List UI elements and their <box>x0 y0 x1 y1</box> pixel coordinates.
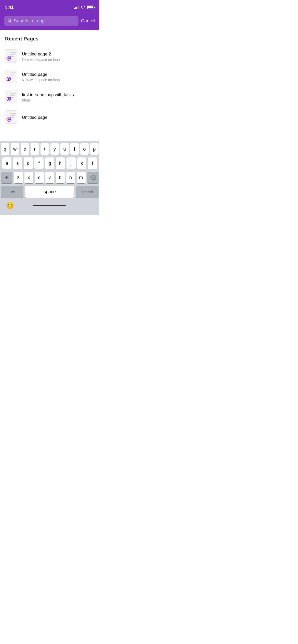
list-item[interactable]: Untitled page 2 New workspace on loop <box>5 46 94 67</box>
page-title: Untitled page <box>22 115 47 120</box>
keyboard-row-4: 123 space search <box>1 186 99 198</box>
search-key[interactable]: search <box>76 186 99 198</box>
key-r[interactable]: r <box>31 143 39 155</box>
key-n[interactable]: n <box>66 172 75 183</box>
home-indicator-wrapper <box>14 205 84 206</box>
page-subtitle: New workspace on loop <box>22 57 60 62</box>
key-o[interactable]: o <box>80 143 89 155</box>
key-j[interactable]: j <box>66 157 76 169</box>
key-c[interactable]: c <box>35 172 44 183</box>
key-s[interactable]: s <box>13 157 22 169</box>
key-d[interactable]: d <box>24 157 33 169</box>
backspace-key[interactable] <box>87 172 99 183</box>
key-x[interactable]: x <box>24 172 33 183</box>
page-title: Untitled page <box>22 72 60 77</box>
page-subtitle: Ideas <box>22 98 74 102</box>
emoji-button[interactable]: 😊 <box>6 202 14 210</box>
svg-point-6 <box>8 78 9 80</box>
key-b[interactable]: b <box>56 172 65 183</box>
key-u[interactable]: u <box>60 143 69 155</box>
svg-point-12 <box>8 119 9 120</box>
keyboard: q w e r t y u i o p a s d f g h j k l z … <box>0 141 99 215</box>
key-e[interactable]: e <box>21 143 29 155</box>
svg-point-9 <box>8 98 9 100</box>
search-bar: Cancel <box>0 13 99 30</box>
key-a[interactable]: a <box>2 157 11 169</box>
search-magnifier-icon <box>8 19 12 24</box>
space-key[interactable]: space <box>25 186 75 198</box>
main-content: Recent Pages Untitled page 2 New workspa… <box>0 30 99 128</box>
key-t[interactable]: t <box>40 143 49 155</box>
status-icons <box>74 5 94 10</box>
page-info: Untitled page New workspace on loop <box>22 72 60 82</box>
keyboard-row-1: q w e r t y u i o p <box>1 143 99 155</box>
cancel-button[interactable]: Cancel <box>81 17 95 25</box>
keyboard-bottom-bar: 😊 <box>1 200 99 215</box>
page-icon <box>5 90 18 104</box>
page-info: first idea on loop with tasks Ideas <box>22 92 74 102</box>
key-q[interactable]: q <box>1 143 9 155</box>
recent-pages-title: Recent Pages <box>5 36 94 42</box>
key-f[interactable]: f <box>34 157 44 169</box>
signal-icon <box>74 6 78 9</box>
home-indicator <box>33 205 66 206</box>
key-y[interactable]: y <box>50 143 59 155</box>
page-title: Untitled page 2 <box>22 52 60 57</box>
key-m[interactable]: m <box>77 172 86 183</box>
page-icon <box>5 49 18 64</box>
key-k[interactable]: k <box>77 157 86 169</box>
svg-point-3 <box>8 57 9 59</box>
search-input[interactable] <box>14 18 75 24</box>
page-icon <box>5 70 18 84</box>
list-item[interactable]: first idea on loop with tasks Ideas <box>5 87 94 107</box>
key-v[interactable]: v <box>45 172 54 183</box>
page-subtitle: New workspace on loop <box>22 78 60 82</box>
key-w[interactable]: w <box>11 143 19 155</box>
page-info: Untitled page <box>22 115 47 120</box>
list-item[interactable]: Untitled page <box>5 107 94 128</box>
page-icon <box>5 110 18 125</box>
battery-icon <box>87 6 94 9</box>
key-p[interactable]: p <box>90 143 99 155</box>
key-l[interactable]: l <box>88 157 97 169</box>
key-g[interactable]: g <box>45 157 54 169</box>
key-i[interactable]: i <box>70 143 79 155</box>
keyboard-row-2: a s d f g h j k l <box>1 157 99 169</box>
wifi-icon <box>80 5 85 10</box>
key-h[interactable]: h <box>56 157 65 169</box>
svg-line-1 <box>10 21 11 22</box>
page-title: first idea on loop with tasks <box>22 92 74 97</box>
search-input-container[interactable] <box>4 16 78 26</box>
status-time: 9:41 <box>5 5 13 10</box>
key-z[interactable]: z <box>14 172 23 183</box>
page-info: Untitled page 2 New workspace on loop <box>22 52 60 62</box>
status-bar: 9:41 <box>0 0 99 13</box>
keyboard-row-3: z x c v b n m <box>1 172 99 183</box>
shift-key[interactable] <box>1 172 12 183</box>
numbers-key[interactable]: 123 <box>1 186 23 198</box>
list-item[interactable]: Untitled page New workspace on loop <box>5 67 94 87</box>
